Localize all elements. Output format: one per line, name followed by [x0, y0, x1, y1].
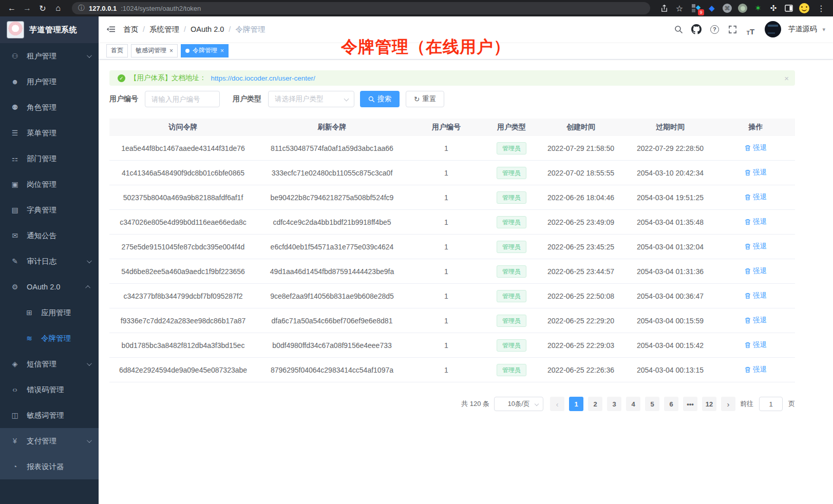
breadcrumb-item[interactable]: / 系统管理 [138, 25, 179, 34]
gem-extension-icon[interactable]: ◆ [707, 3, 717, 13]
force-logout-button[interactable]: 强退 [745, 242, 767, 251]
sidebar-item-sensitive[interactable]: ◫ 敏感词管理 [0, 402, 99, 428]
menu-item-label: 部门管理 [27, 154, 56, 164]
sidebar-item-pay[interactable]: ¥ 支付管理 [0, 428, 99, 454]
refresh-token-cell: cdfc4ce9c2da4bb1bdf21b9918ff4be5 [257, 218, 407, 226]
browser-forward-icon[interactable]: → [21, 2, 34, 15]
page-number-button[interactable]: 2 [588, 397, 602, 411]
user-type-cell: 管理员 [485, 339, 538, 352]
url-path: :1024/system/oauth2/token [121, 5, 201, 12]
sidebar-item-report[interactable]: ◔ 报表设计器 [0, 454, 99, 479]
tag-close-icon[interactable]: × [220, 47, 224, 54]
browser-menu-icon[interactable]: ⋮ [815, 2, 828, 15]
page-number-button[interactable]: 3 [607, 397, 621, 411]
user-type-cell: 管理员 [485, 142, 538, 154]
page-number-button[interactable]: 4 [626, 397, 640, 411]
page-size-select[interactable]: 10条/页 [494, 397, 543, 411]
menu-item-icon: ✉ [10, 231, 20, 240]
table-row: 54d6be82ee5a460a9aedc1f9bf223656 49d1aa4… [109, 259, 795, 284]
user-type-badge: 管理员 [497, 142, 526, 154]
create-time-cell: 2022-06-25 22:26:36 [538, 366, 624, 374]
sidebar-item-user[interactable]: ☻ 用户管理 [0, 69, 99, 94]
tag-close-icon[interactable]: × [169, 47, 173, 54]
sidebar-item-errorcode[interactable]: ‹› 错误码管理 [0, 377, 99, 402]
tag-item[interactable]: 敏感词管理 × [131, 44, 178, 57]
force-logout-button[interactable]: 强退 [745, 316, 767, 325]
force-logout-button[interactable]: 强退 [745, 365, 767, 374]
access-token-cell: 275e5de9151045fe87cbdc395e004f4d [109, 243, 257, 251]
select-chevron-icon [535, 402, 539, 406]
sidebar-item-oauth-token[interactable]: ≋ 令牌管理 [0, 325, 99, 351]
browser-toolbar: ← → ↻ ⌂ ⓘ 127.0.0.1:1024/system/oauth2/t… [0, 0, 833, 16]
side-panel-icon[interactable] [784, 3, 794, 13]
site-info-icon[interactable]: ⓘ [78, 4, 85, 13]
sidebar-item-oauth-app[interactable]: ⊞ 应用管理 [0, 300, 99, 325]
breadcrumb-item[interactable]: / 令牌管理 [224, 25, 265, 34]
breadcrumb: / 首页 / 系统管理 / OAuth 2.0 / [123, 25, 265, 34]
browser-back-icon[interactable]: ← [5, 2, 18, 15]
command-extension-icon[interactable]: ⌘ [722, 3, 732, 13]
access-token-cell: 54d6be82ee5a460a9aedc1f9bf223656 [109, 267, 257, 276]
font-size-icon[interactable]: TT [744, 23, 757, 36]
github-icon[interactable] [690, 23, 703, 36]
address-bar[interactable]: ⓘ 127.0.0.1:1024/system/oauth2/token [72, 2, 650, 14]
tag-item[interactable]: 首页 [106, 44, 128, 57]
prev-page-button[interactable]: ‹ [550, 397, 564, 411]
pinwheel-extension-icon[interactable]: ✣ [768, 3, 779, 13]
force-logout-button[interactable]: 强退 [745, 217, 767, 226]
force-logout-button[interactable]: 强退 [745, 143, 767, 152]
bookmark-star-icon[interactable]: ☆ [673, 2, 686, 15]
sidebar-item-notice[interactable]: ✉ 通知公告 [0, 223, 99, 248]
tag-item[interactable]: 令牌管理 × [181, 44, 229, 57]
access-token-cell: 1ea5e44f8bc1467aaede43144f31de76 [109, 144, 257, 152]
sidebar-item-audit[interactable]: ✎ 审计日志 [0, 248, 99, 274]
next-page-button[interactable]: › [721, 397, 735, 411]
sidebar-item-tenant[interactable]: ⚇ 租户管理 [0, 43, 99, 69]
sidebar-item-sms[interactable]: ◈ 短信管理 [0, 351, 99, 377]
search-button[interactable]: 搜索 [360, 91, 400, 107]
browser-reload-icon[interactable]: ↻ [36, 2, 49, 15]
sidebar-item-menu[interactable]: ☰ 菜单管理 [0, 120, 99, 146]
sidebar-item-dict[interactable]: ▤ 字典管理 [0, 197, 99, 223]
breadcrumb-item[interactable]: / 首页 [123, 25, 138, 34]
reset-button[interactable]: ↻ 重置 [406, 91, 444, 107]
fullscreen-icon[interactable] [726, 23, 739, 36]
create-time-cell: 2022-06-25 23:45:25 [538, 243, 624, 251]
sidebar-item-role[interactable]: ⚉ 角色管理 [0, 94, 99, 120]
user-avatar[interactable] [765, 21, 781, 37]
user-type-select[interactable]: 请选择用户类型 [268, 91, 354, 107]
force-logout-button[interactable]: 强退 [745, 291, 767, 300]
sidebar-item-oauth[interactable]: ⚙ OAuth 2.0 [0, 274, 99, 300]
page-number-button[interactable]: 5 [645, 397, 659, 411]
breadcrumb-item[interactable]: / OAuth 2.0 [179, 25, 224, 33]
page-number-button[interactable]: 12 [702, 397, 716, 411]
user-type-cell: 管理员 [485, 241, 538, 253]
search-icon[interactable] [672, 23, 685, 36]
user-caret-down-icon[interactable]: ▾ [822, 26, 825, 33]
help-icon[interactable]: ? [708, 23, 721, 36]
force-logout-button[interactable]: 强退 [745, 266, 767, 276]
circle-extension-icon[interactable] [737, 3, 748, 13]
force-logout-button[interactable]: 强退 [745, 192, 767, 202]
force-logout-button[interactable]: 强退 [745, 340, 767, 350]
profile-avatar-icon[interactable] [799, 3, 809, 13]
force-logout-button[interactable]: 强退 [745, 168, 767, 177]
page-number-button[interactable]: ••• [683, 397, 697, 411]
browser-home-icon[interactable]: ⌂ [51, 2, 65, 15]
alert-close-icon[interactable]: × [784, 74, 789, 83]
user-id-input[interactable] [145, 91, 220, 107]
doc-link[interactable]: https://doc.iocoder.cn/user-center/ [211, 74, 315, 82]
menu-item-label: 报表设计器 [27, 462, 64, 472]
green-star-extension-icon[interactable]: ✶ [753, 3, 763, 13]
devtools-extension-icon[interactable]: ◆ 9 [691, 3, 702, 13]
sidebar-item-dept[interactable]: ⚏ 部门管理 [0, 146, 99, 171]
menu-item-label: 菜单管理 [27, 128, 56, 138]
menu-item-icon: ⊞ [25, 308, 34, 317]
share-icon[interactable] [657, 2, 671, 15]
sidebar-fold-icon[interactable] [106, 25, 116, 34]
page-number-button[interactable]: 1 [569, 397, 583, 411]
username[interactable]: 芋道源码 [788, 25, 817, 34]
sidebar-item-post[interactable]: ▣ 岗位管理 [0, 171, 99, 197]
goto-page-input[interactable] [759, 397, 783, 411]
page-number-button[interactable]: 6 [664, 397, 678, 411]
